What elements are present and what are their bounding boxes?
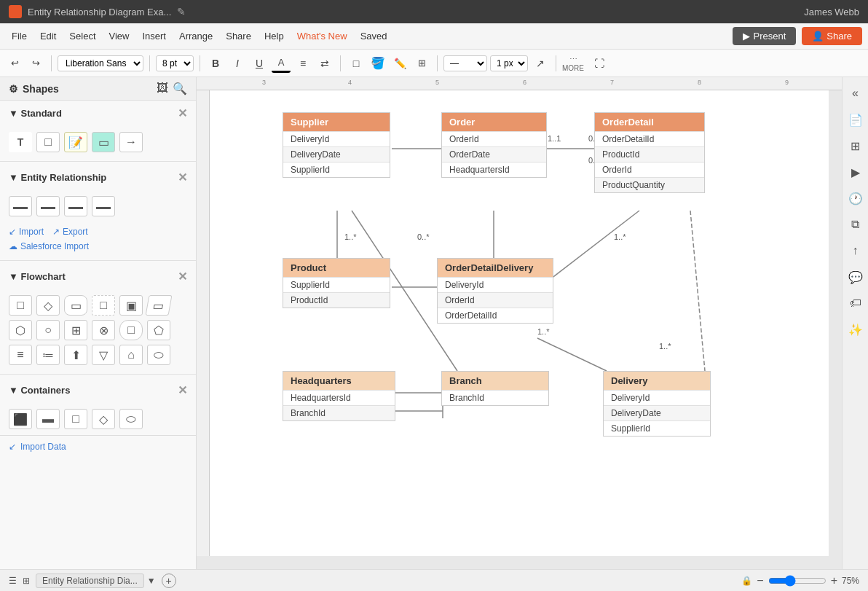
right-present-icon[interactable]: ▶ [845,162,866,182]
entity-headquarters[interactable]: Headquarters HeadquartersId BranchId [283,371,395,421]
right-wand-icon[interactable]: ✨ [845,319,866,340]
align-left-button[interactable]: ≡ [293,54,312,73]
line-style-selector[interactable]: — [443,55,487,71]
entity-orderdetaildelivery[interactable]: OrderDetailDelivery DeliveryId OrderId O… [437,258,553,324]
er-shape-4[interactable]: ▬▬ [92,196,115,216]
present-button[interactable]: ▶ Present [733,27,796,45]
fullscreen-button[interactable]: ⛶ [590,54,609,73]
search-icon[interactable]: 🔍 [173,82,187,95]
fc-lines1[interactable]: ≡ [9,345,32,365]
font-selector[interactable]: Liberation Sans [58,55,143,71]
font-size-selector[interactable]: 8 pt [156,55,194,71]
menu-file[interactable]: File [6,28,33,44]
waypoint-button[interactable]: ↗ [531,54,550,73]
canvas[interactable]: 1..1 0..1 0..1 1..* 0..* 1..* 1..* 1..* … [210,90,829,556]
section-flowchart[interactable]: ▼ Flowchart ✕ [0,264,196,289]
connection-style-button[interactable]: ⊞ [412,54,431,73]
right-clock-icon[interactable]: 🕐 [845,188,866,208]
fc-circle[interactable]: ○ [36,320,60,340]
cont-swim[interactable]: ▬ [36,409,60,429]
arrow-shape[interactable]: → [119,132,143,152]
add-tab-button[interactable]: + [162,574,176,588]
fc-shield[interactable]: ⬠ [147,320,170,340]
salesforce-button[interactable]: ☁ Salesforce Import [0,241,196,257]
import-data-button[interactable]: ↙ Import Data [0,435,196,458]
fc-parallelogram[interactable]: ▭ [146,295,173,316]
section-flowchart-close[interactable]: ✕ [178,270,187,283]
entity-delivery[interactable]: Delivery DeliveryId DeliveryDate Supplie… [603,371,711,437]
fc-trapezoid[interactable]: ⌂ [119,345,143,365]
section-er[interactable]: ▼ Entity Relationship ✕ [0,165,196,190]
fc-dashed[interactable]: □ [92,295,115,316]
section-er-close[interactable]: ✕ [178,171,187,184]
menu-select[interactable]: Select [63,28,101,44]
menu-arrange[interactable]: Arrange [173,28,218,44]
cont-rect[interactable]: □ [64,409,87,429]
share-button[interactable]: 👤 Share [802,27,862,45]
cont-ellipse[interactable]: ⬭ [119,409,143,429]
current-tab[interactable]: Entity Relationship Dia... ▼ [36,574,156,588]
entity-orderdetail[interactable]: OrderDetail OrderDetailId ProductId Orde… [594,112,705,193]
section-standard-close[interactable]: ✕ [178,106,187,120]
text-shape[interactable]: T [9,132,32,152]
entity-branch[interactable]: Branch BranchId [441,371,549,406]
line-color-button[interactable]: ✏️ [390,54,409,73]
image-icon[interactable]: 🖼 [157,82,168,95]
fc-triangle-down[interactable]: ▽ [92,345,115,365]
bottom-grid-icon[interactable]: ☰ [9,576,17,586]
import-button[interactable]: ↙ Import [9,227,44,237]
right-layers-icon[interactable]: ⧉ [845,214,866,235]
undo-button[interactable]: ↩ [6,55,24,71]
zoom-plus-button[interactable]: + [831,574,837,587]
menu-help[interactable]: Help [259,28,290,44]
fc-arrow-up[interactable]: ⬆ [64,345,87,365]
cont-cylinder[interactable]: ⬛ [9,409,32,429]
line-weight-selector[interactable]: 1 px [490,55,528,71]
right-tag-icon[interactable]: 🏷 [845,293,866,313]
canvas-container[interactable]: 3 4 5 6 7 8 9 [197,77,842,569]
section-standard[interactable]: ▼ Standard ✕ [0,101,196,126]
edit-icon[interactable]: ✎ [177,6,186,17]
section-containers-close[interactable]: ✕ [178,383,187,397]
cont-diamond2[interactable]: ◇ [92,409,115,429]
menu-edit[interactable]: Edit [34,28,62,44]
er-shape-2[interactable]: ▬▬ [36,196,60,216]
bottom-diagram-icon[interactable]: ⊞ [23,576,30,586]
text-direction-button[interactable]: ⇄ [315,54,334,73]
fill-color-button[interactable]: 🪣 [368,54,387,73]
entity-supplier[interactable]: Supplier DeliveryId DeliveryDate Supplie… [283,112,390,178]
tab-label[interactable]: Entity Relationship Dia... [36,574,144,588]
menu-whats-new[interactable]: What's New [291,28,353,44]
entity-order[interactable]: Order OrderId OrderDate HeadquartersId [441,112,547,178]
shape-style-button[interactable]: □ [347,54,366,73]
fc-rounded2[interactable]: □ [119,320,143,340]
zoom-slider[interactable] [768,575,826,587]
colored-rect-shape[interactable]: ▭ [92,132,115,152]
er-shape-3[interactable]: ▬▬ [64,196,87,216]
right-upload-icon[interactable]: ↑ [845,240,866,261]
note-shape[interactable]: 📝 [64,132,87,152]
export-button[interactable]: ↗ Export [52,227,88,237]
fc-hex[interactable]: ⬡ [9,320,32,340]
font-color-button[interactable]: A [272,54,291,73]
right-comment-icon[interactable]: 💬 [845,267,866,287]
tab-dropdown-icon[interactable]: ▼ [147,576,156,586]
menu-share[interactable]: Share [220,28,257,44]
fc-diamond[interactable]: ◇ [36,295,60,316]
rect-shape[interactable]: □ [36,132,60,152]
entity-product[interactable]: Product SupplierId ProductId [283,258,390,308]
right-grid-icon[interactable]: ⊞ [845,136,866,156]
zoom-minus-button[interactable]: − [757,574,763,587]
right-page-icon[interactable]: 📄 [845,109,866,130]
more-button[interactable]: ⋯ MORE [562,55,584,72]
menu-insert[interactable]: Insert [136,28,172,44]
menu-view[interactable]: View [103,28,135,44]
fc-lines2[interactable]: ≔ [36,345,60,365]
italic-button[interactable]: I [228,54,247,73]
underline-button[interactable]: U [250,54,269,73]
fc-rect[interactable]: □ [9,295,32,316]
section-containers[interactable]: ▼ Containers ✕ [0,377,196,403]
right-collapse-icon[interactable]: « [845,83,866,103]
redo-button[interactable]: ↪ [27,55,45,71]
fc-cross[interactable]: ⊗ [92,320,115,340]
